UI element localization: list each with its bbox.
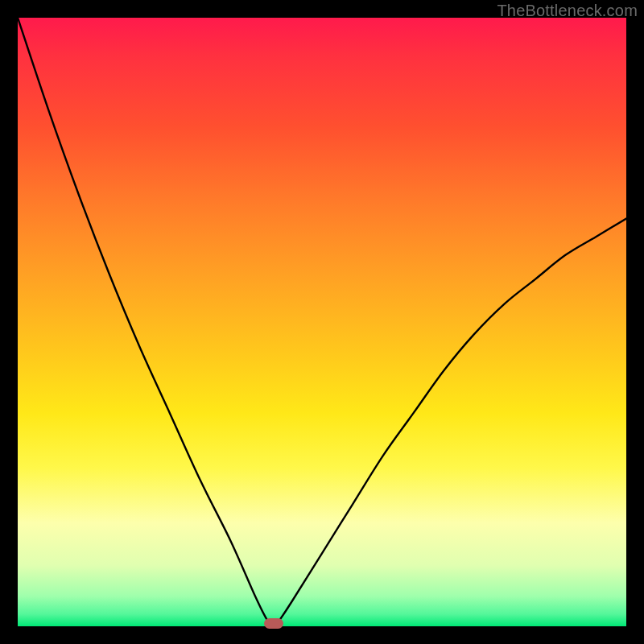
bottleneck-curve [18, 18, 626, 626]
minimum-marker [264, 618, 283, 629]
chart-frame [18, 18, 626, 626]
watermark-label: TheBottleneck.com [497, 2, 638, 20]
